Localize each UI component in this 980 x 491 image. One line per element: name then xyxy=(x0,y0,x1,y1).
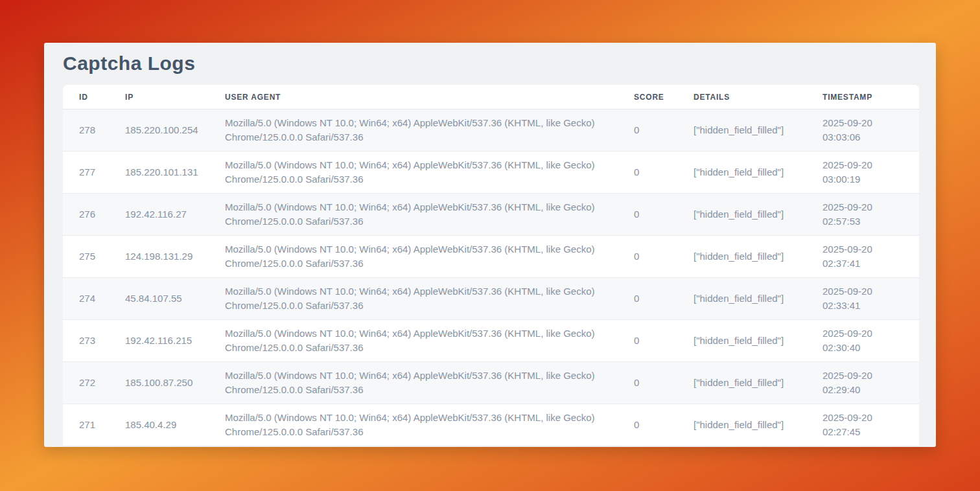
table-header-row: ID IP USER AGENT SCORE DETAILS TIMESTAMP xyxy=(63,85,919,109)
table-row: 273 192.42.116.215 Mozilla/5.0 (Windows … xyxy=(63,320,919,362)
table-row: 274 45.84.107.55 Mozilla/5.0 (Windows NT… xyxy=(63,278,919,320)
column-header-timestamp: TIMESTAMP xyxy=(806,85,919,109)
table-header: ID IP USER AGENT SCORE DETAILS TIMESTAMP xyxy=(63,85,919,109)
cell-id: 273 xyxy=(63,320,109,362)
cell-details: ["hidden_field_filled"] xyxy=(677,320,806,362)
captcha-logs-table: ID IP USER AGENT SCORE DETAILS TIMESTAMP… xyxy=(63,85,919,446)
cell-ip: 192.42.116.27 xyxy=(109,194,209,236)
cell-user-agent: Mozilla/5.0 (Windows NT 10.0; Win64; x64… xyxy=(209,109,618,152)
cell-user-agent: Mozilla/5.0 (Windows NT 10.0; Win64; x64… xyxy=(209,236,618,278)
captcha-logs-card: Captcha Logs ID IP USER AGENT SCORE DETA… xyxy=(44,43,936,447)
column-header-details: DETAILS xyxy=(677,85,806,109)
cell-ip: 192.42.116.215 xyxy=(109,320,209,362)
cell-user-agent: Mozilla/5.0 (Windows NT 10.0; Win64; x64… xyxy=(209,404,618,446)
table-row: 276 192.42.116.27 Mozilla/5.0 (Windows N… xyxy=(63,194,919,236)
cell-user-agent: Mozilla/5.0 (Windows NT 10.0; Win64; x64… xyxy=(209,152,618,194)
cell-ip: 185.220.100.254 xyxy=(109,109,209,152)
cell-timestamp: 2025-09-20 03:03:06 xyxy=(806,109,919,152)
column-header-id: ID xyxy=(63,85,109,109)
table-row: 278 185.220.100.254 Mozilla/5.0 (Windows… xyxy=(63,109,919,152)
cell-ip: 185.40.4.29 xyxy=(109,404,209,446)
table-row: 271 185.40.4.29 Mozilla/5.0 (Windows NT … xyxy=(63,404,919,446)
cell-user-agent: Mozilla/5.0 (Windows NT 10.0; Win64; x64… xyxy=(209,194,618,236)
cell-user-agent: Mozilla/5.0 (Windows NT 10.0; Win64; x64… xyxy=(209,278,618,320)
cell-id: 271 xyxy=(63,404,109,446)
table-body: 278 185.220.100.254 Mozilla/5.0 (Windows… xyxy=(63,109,919,446)
cell-user-agent: Mozilla/5.0 (Windows NT 10.0; Win64; x64… xyxy=(209,362,618,404)
table-row: 275 124.198.131.29 Mozilla/5.0 (Windows … xyxy=(63,236,919,278)
cell-user-agent: Mozilla/5.0 (Windows NT 10.0; Win64; x64… xyxy=(209,320,618,362)
cell-score: 0 xyxy=(618,362,677,404)
cell-details: ["hidden_field_filled"] xyxy=(677,404,806,446)
cell-ip: 185.100.87.250 xyxy=(109,362,209,404)
cell-score: 0 xyxy=(618,404,677,446)
cell-timestamp: 2025-09-20 02:37:41 xyxy=(806,236,919,278)
table-row: 272 185.100.87.250 Mozilla/5.0 (Windows … xyxy=(63,362,919,404)
cell-timestamp: 2025-09-20 02:29:40 xyxy=(806,362,919,404)
cell-details: ["hidden_field_filled"] xyxy=(677,236,806,278)
cell-score: 0 xyxy=(618,320,677,362)
cell-id: 277 xyxy=(63,152,109,194)
table-row: 277 185.220.101.131 Mozilla/5.0 (Windows… xyxy=(63,152,919,194)
cell-id: 276 xyxy=(63,194,109,236)
cell-details: ["hidden_field_filled"] xyxy=(677,152,806,194)
cell-details: ["hidden_field_filled"] xyxy=(677,362,806,404)
cell-details: ["hidden_field_filled"] xyxy=(677,194,806,236)
cell-id: 278 xyxy=(63,109,109,152)
cell-id: 272 xyxy=(63,362,109,404)
cell-id: 274 xyxy=(63,278,109,320)
cell-score: 0 xyxy=(618,152,677,194)
cell-score: 0 xyxy=(618,278,677,320)
cell-timestamp: 2025-09-20 02:57:53 xyxy=(806,194,919,236)
column-header-ip: IP xyxy=(109,85,209,109)
cell-ip: 124.198.131.29 xyxy=(109,236,209,278)
cell-timestamp: 2025-09-20 02:27:45 xyxy=(806,404,919,446)
cell-ip: 45.84.107.55 xyxy=(109,278,209,320)
cell-timestamp: 2025-09-20 02:33:41 xyxy=(806,278,919,320)
cell-id: 275 xyxy=(63,236,109,278)
column-header-score: SCORE xyxy=(618,85,677,109)
cell-score: 0 xyxy=(618,194,677,236)
cell-details: ["hidden_field_filled"] xyxy=(677,109,806,152)
column-header-user-agent: USER AGENT xyxy=(209,85,618,109)
cell-details: ["hidden_field_filled"] xyxy=(677,278,806,320)
cell-score: 0 xyxy=(618,109,677,152)
cell-timestamp: 2025-09-20 02:30:40 xyxy=(806,320,919,362)
cell-ip: 185.220.101.131 xyxy=(109,152,209,194)
page-title: Captcha Logs xyxy=(63,52,917,75)
cell-timestamp: 2025-09-20 03:00:19 xyxy=(806,152,919,194)
cell-score: 0 xyxy=(618,236,677,278)
